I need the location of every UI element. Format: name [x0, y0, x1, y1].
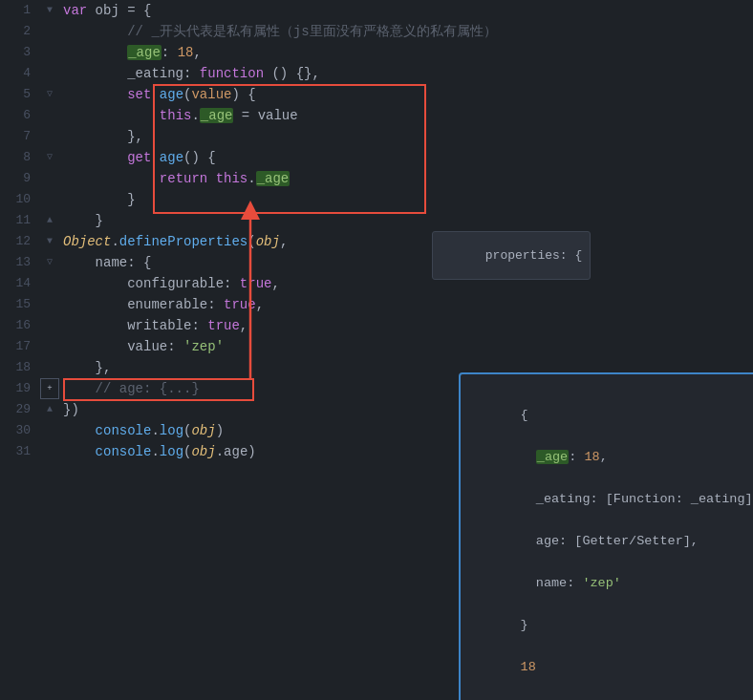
fold-19[interactable]: + [40, 378, 59, 399]
fold-29[interactable]: ▲ [40, 399, 59, 420]
line-numbers: 1 2 3 4 5 6 7 8 9 10 11 12 13 14 15 16 1… [0, 0, 40, 700]
code-line-12: Object.defineProperties(obj, [59, 231, 753, 252]
fold-8[interactable]: ▽ [40, 147, 59, 168]
code-line-9: return this._age [59, 168, 753, 189]
code-line-4: _eating: function () {}, [59, 63, 753, 84]
code-editor: 1 2 3 4 5 6 7 8 9 10 11 12 13 14 15 16 1… [0, 0, 753, 700]
code-line-16: writable: true, [59, 315, 753, 336]
code-line-15: enumerable: true, [59, 294, 753, 315]
code-line-11: } [59, 210, 753, 231]
code-line-10: } [59, 189, 753, 210]
fold-gutter: ▼ ▽ ▽ ▲ ▼ ▽ + ▲ [40, 0, 59, 700]
code-line-5: set age(value) { [59, 84, 753, 105]
code-line-6: this._age = value [59, 105, 753, 126]
output-box: { _age: 18, _eating: [Function: _eating]… [459, 372, 753, 700]
fold-13[interactable]: ▽ [40, 252, 59, 273]
code-line-3: _age: 18, [59, 42, 753, 63]
code-line-13: name: { [59, 252, 753, 273]
code-content: var obj = { // _开头代表是私有属性（js里面没有严格意义的私有属… [59, 0, 753, 700]
code-line-7: }, [59, 126, 753, 147]
fold-12[interactable]: ▼ [40, 231, 59, 252]
code-line-8: get age() { [59, 147, 753, 168]
fold-5[interactable]: ▽ [40, 84, 59, 105]
code-line-17: value: 'zep' [59, 336, 753, 357]
code-line-14: configurable: true, [59, 273, 753, 294]
fold-11[interactable]: ▲ [40, 210, 59, 231]
code-line-2: // _开头代表是私有属性（js里面没有严格意义的私有属性） [59, 21, 753, 42]
code-line-1: var obj = { [59, 0, 753, 21]
fold-1[interactable]: ▼ [40, 0, 59, 21]
tooltip-properties: properties: { [432, 231, 591, 280]
